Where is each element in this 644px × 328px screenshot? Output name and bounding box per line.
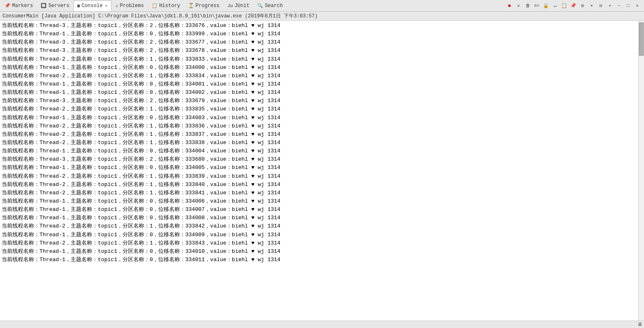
progress-tab-label: Progress <box>196 3 220 9</box>
problems-tab-icon: ⚠ <box>116 3 118 8</box>
console-line: 当前线程名称：Thread-1，主题名称：topic1，分区名称：0，位移名称：… <box>2 197 637 206</box>
menu1-button[interactable]: ⊞ <box>578 2 587 10</box>
tab-servers[interactable]: 🔲Servers <box>37 0 73 11</box>
clear-button[interactable]: ≡× <box>533 2 541 10</box>
scroll-lock-button[interactable]: 🔒 <box>542 2 550 10</box>
servers-tab-label: Servers <box>48 3 69 9</box>
console-line: 当前线程名称：Thread-2，主题名称：topic1，分区名称：1，位移名称：… <box>2 130 637 139</box>
disconnect-button[interactable]: ✕ <box>514 2 523 10</box>
markers-tab-label: Markers <box>12 3 33 9</box>
history-tab-label: History <box>159 3 180 9</box>
console-line: 当前线程名称：Thread-3，主题名称：topic1，分区名称：2，位移名称：… <box>2 22 637 30</box>
tab-progress[interactable]: ⏳Progress <box>184 0 224 11</box>
tab-problems[interactable]: ⚠Problems <box>112 0 147 11</box>
console-line: 当前线程名称：Thread-3，主题名称：topic1，分区名称：2，位移名称：… <box>2 38 637 47</box>
console-line: 当前线程名称：Thread-1，主题名称：topic1，分区名称：0，位移名称：… <box>2 88 637 97</box>
console-line: 当前线程名称：Thread-3，主题名称：topic1，分区名称：2，位移名称：… <box>2 97 637 105</box>
console-tab-label: Console <box>81 3 102 9</box>
tab-console[interactable]: ▣Console✕ <box>74 0 111 11</box>
history-tab-icon: 📋 <box>152 3 157 8</box>
problems-tab-label: Problems <box>120 3 144 9</box>
console-line: 当前线程名称：Thread-2，主题名称：topic1，分区名称：1，位移名称：… <box>2 189 637 197</box>
menu4-button[interactable]: ▾ <box>606 2 614 10</box>
bottom-bar: 🖥 <box>0 321 644 328</box>
console-line: 当前线程名称：Thread-1，主题名称：topic1，分区名称：0，位移名称：… <box>2 64 637 72</box>
console-line: 当前线程名称：Thread-2，主题名称：topic1，分区名称：1，位移名称：… <box>2 122 637 130</box>
tab-markers[interactable]: 📌Markers <box>1 0 37 11</box>
console-line: 当前线程名称：Thread-1，主题名称：topic1，分区名称：0，位移名称：… <box>2 114 637 122</box>
stop-button[interactable]: ■ <box>505 2 514 10</box>
menu2-button[interactable]: ▾ <box>587 2 596 10</box>
console-line: 当前线程名称：Thread-2，主题名称：topic1，分区名称：1，位移名称：… <box>2 105 637 113</box>
tab-bar: 📌Markers🔲Servers▣Console✕⚠Problems📋Histo… <box>0 0 644 12</box>
console-line: 当前线程名称：Thread-2，主题名称：topic1，分区名称：1，位移名称：… <box>2 222 637 230</box>
console-line: 当前线程名称：Thread-1，主题名称：topic1，分区名称：0，位移名称：… <box>2 164 637 172</box>
console-line: 当前线程名称：Thread-1，主题名称：topic1，分区名称：0，位移名称：… <box>2 147 637 155</box>
tab-search[interactable]: 🔍Search <box>253 0 286 11</box>
tab-history[interactable]: 📋History <box>148 0 184 11</box>
minimize-button[interactable]: − <box>615 2 623 10</box>
progress-tab-icon: ⏳ <box>188 3 194 8</box>
console-line: 当前线程名称：Thread-3，主题名称：topic1，分区名称：2，位移名称：… <box>2 155 637 164</box>
vertical-scrollbar[interactable] <box>638 21 644 321</box>
toolbar-right: ■✕🗑≡×🔒↵📋📌⊞▾⊟▾−□✕ <box>505 2 643 10</box>
status-bar: ConsumerMain [Java Application] C:\Progr… <box>0 12 644 21</box>
close-button[interactable]: ✕ <box>633 2 642 10</box>
console-content[interactable]: 当前线程名称：Thread-3，主题名称：topic1，分区名称：2，位移名称：… <box>0 21 638 321</box>
remove-button[interactable]: 🗑 <box>524 2 532 10</box>
console-line: 当前线程名称：Thread-2，主题名称：topic1，分区名称：1，位移名称：… <box>2 55 637 64</box>
junit-tab-icon: Ju <box>227 3 233 8</box>
console-line: 当前线程名称：Thread-2，主题名称：topic1，分区名称：1，位移名称：… <box>2 172 637 181</box>
junit-tab-label: JUnit <box>234 3 249 9</box>
console-tab-icon: ▣ <box>77 3 80 8</box>
console-line: 当前线程名称：Thread-2，主题名称：topic1，分区名称：1，位移名称：… <box>2 181 637 189</box>
pin-button[interactable]: 📌 <box>569 2 578 10</box>
servers-tab-icon: 🔲 <box>41 3 47 8</box>
console-line: 当前线程名称：Thread-2，主题名称：topic1，分区名称：1，位移名称：… <box>2 72 637 80</box>
console-line: 当前线程名称：Thread-1，主题名称：topic1，分区名称：0，位移名称：… <box>2 30 637 38</box>
console-line: 当前线程名称：Thread-3，主题名称：topic1，分区名称：2，位移名称：… <box>2 47 637 55</box>
console-line: 当前线程名称：Thread-1，主题名称：topic1，分区名称：0，位移名称：… <box>2 214 637 222</box>
word-wrap-button[interactable]: ↵ <box>551 2 559 10</box>
console-line: 当前线程名称：Thread-2，主题名称：topic1，分区名称：1，位移名称：… <box>2 239 637 247</box>
copy-to-clipboard-button[interactable]: 📋 <box>560 2 568 10</box>
console-line: 当前线程名称：Thread-1，主题名称：topic1，分区名称：0，位移名称：… <box>2 206 637 214</box>
markers-tab-icon: 📌 <box>5 3 10 8</box>
menu3-button[interactable]: ⊟ <box>597 2 605 10</box>
tab-junit[interactable]: JuJUnit <box>224 0 253 11</box>
console-tab-close[interactable]: ✕ <box>105 3 108 8</box>
scrollbar-thumb[interactable] <box>639 22 644 56</box>
maximize-button[interactable]: □ <box>624 2 632 10</box>
console-line: 当前线程名称：Thread-2，主题名称：topic1，分区名称：1，位移名称：… <box>2 139 637 147</box>
search-tab-icon: 🔍 <box>257 3 263 8</box>
monitor-icon: 🖥 <box>637 321 642 328</box>
console-line: 当前线程名称：Thread-1，主题名称：topic1，分区名称：0，位移名称：… <box>2 80 637 88</box>
console-line: 当前线程名称：Thread-1，主题名称：topic1，分区名称：0，位移名称：… <box>2 247 637 256</box>
console-wrapper: 当前线程名称：Thread-3，主题名称：topic1，分区名称：2，位移名称：… <box>0 21 644 321</box>
search-tab-label: Search <box>265 3 283 9</box>
console-line: 当前线程名称：Thread-1，主题名称：topic1，分区名称：0，位移名称：… <box>2 231 637 239</box>
console-line: 当前线程名称：Thread-1，主题名称：topic1，分区名称：0，位移名称：… <box>2 256 637 264</box>
